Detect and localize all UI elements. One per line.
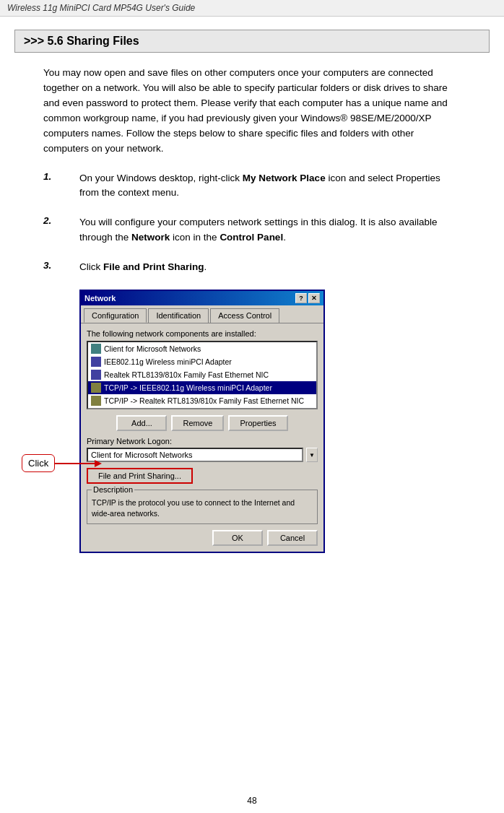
tab-configuration[interactable]: Configuration xyxy=(84,308,147,323)
list-item-4[interactable]: TCP/IP -> Realtek RTL8139/810x Family Fa… xyxy=(88,394,316,407)
page-number: 48 xyxy=(247,796,256,806)
primary-logon-dropdown-arrow[interactable]: ▼ xyxy=(306,448,318,462)
step-3-number: 3. xyxy=(43,260,79,271)
description-label: Description xyxy=(92,485,134,494)
network-icon-0 xyxy=(91,357,101,367)
network-icon-1 xyxy=(91,370,101,380)
help-button[interactable]: ? xyxy=(295,293,307,303)
step-3-text: Click File and Print Sharing. xyxy=(79,260,461,275)
click-label: Click xyxy=(22,454,55,472)
description-text: TCP/IP is the protocol you use to connec… xyxy=(92,495,313,518)
list-item-0[interactable]: Client for Microsoft Networks xyxy=(88,342,316,355)
dialog-titlebar: Network ? ✕ xyxy=(81,291,323,305)
header-title: Wireless 11g MiniPCI Card MP54G User's G… xyxy=(7,3,195,13)
primary-logon-select-row: Client for Microsoft Networks ▼ xyxy=(87,448,318,462)
screenshot-area: Click Network ? ✕ Configuration xyxy=(79,290,461,552)
page-header: Wireless 11g MiniPCI Card MP54G User's G… xyxy=(0,0,504,17)
list-item-3[interactable]: TCP/IP -> IEEE802.11g Wireless miniPCI A… xyxy=(88,381,316,394)
tab-access-control[interactable]: Access Control xyxy=(210,308,279,323)
close-button[interactable]: ✕ xyxy=(308,293,320,303)
step-1-number: 1. xyxy=(43,171,79,182)
list-item-1[interactable]: IEE802.11g Wireless miniPCI Adapter xyxy=(88,355,316,368)
section-heading: >>> 5.6 Sharing Files xyxy=(14,30,490,53)
dialog-body: The following network components are ins… xyxy=(81,323,323,551)
add-button[interactable]: Add... xyxy=(116,415,167,431)
remove-button[interactable]: Remove xyxy=(171,415,224,431)
step-2-number: 2. xyxy=(43,215,79,226)
click-arrow-icon xyxy=(55,458,102,469)
tcpip-icon-1 xyxy=(91,396,101,406)
tab-identification[interactable]: Identification xyxy=(148,308,209,323)
step-2: 2. You will configure your computers net… xyxy=(43,215,461,245)
dialog-title: Network xyxy=(84,294,116,303)
cancel-button[interactable]: Cancel xyxy=(267,530,318,546)
tcpip-icon-0 xyxy=(91,383,101,393)
intro-paragraph: You may now open and save files on other… xyxy=(43,66,461,157)
network-dialog: Network ? ✕ Configuration Identification… xyxy=(79,290,325,552)
dialog-bottom-buttons: OK Cancel xyxy=(87,530,318,546)
network-components-label: The following network components are ins… xyxy=(87,329,318,338)
file-sharing-button[interactable]: File and Print Sharing... xyxy=(87,468,193,484)
step-3: 3. Click File and Print Sharing. xyxy=(43,260,461,275)
client-icon xyxy=(91,344,101,354)
dialog-tabs: Configuration Identification Access Cont… xyxy=(81,305,323,323)
svg-marker-1 xyxy=(95,460,102,467)
titlebar-buttons: ? ✕ xyxy=(295,293,320,303)
list-item-2[interactable]: Realtek RTL8139/810x Family Fast Etherne… xyxy=(88,368,316,381)
description-groupbox: Description TCP/IP is the protocol you u… xyxy=(87,490,318,523)
primary-logon-select[interactable]: Client for Microsoft Networks xyxy=(87,448,303,462)
click-annotation: Click xyxy=(22,454,102,472)
network-action-buttons: Add... Remove Properties xyxy=(87,415,318,431)
main-content: You may now open and save files on other… xyxy=(0,66,504,553)
step-2-text: You will configure your computers networ… xyxy=(79,215,461,245)
primary-logon-label: Primary Network Logon: xyxy=(87,437,318,445)
footer: 48 xyxy=(0,796,504,806)
network-components-listbox[interactable]: Client for Microsoft Networks IEE802.11g… xyxy=(87,341,318,409)
properties-button[interactable]: Properties xyxy=(228,415,287,431)
step-1-text: On your Windows desktop, right-click My … xyxy=(79,171,461,201)
ok-button[interactable]: OK xyxy=(212,530,263,546)
step-1: 1. On your Windows desktop, right-click … xyxy=(43,171,461,201)
